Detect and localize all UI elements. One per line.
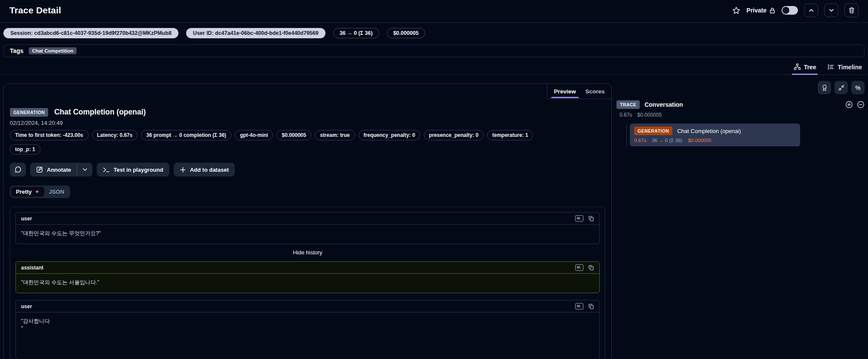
comment-button[interactable] (10, 163, 26, 176)
previous-trace-button[interactable] (804, 3, 818, 17)
tab-preview[interactable]: Preview (554, 84, 576, 99)
copy-icon (588, 303, 594, 309)
trace-type-badge: TRACE (616, 100, 640, 109)
collapse-view-button[interactable] (834, 81, 848, 94)
copy-button[interactable] (588, 216, 594, 222)
user-id-badge[interactable]: User ID: dc47a41e-06bc-400d-bde1-f0e440d… (186, 28, 325, 38)
percent-metrics-button[interactable]: % (851, 81, 865, 94)
minimize-icon (838, 84, 845, 91)
toggle-knob (782, 7, 789, 14)
playground-label: Test in playground (113, 167, 163, 173)
public-toggle[interactable] (782, 6, 798, 15)
metric-pill-tokens: 36 prompt → 0 completion (Σ 36) (141, 130, 231, 140)
view-tabs: Tree Timeline (0, 59, 868, 75)
copy-button[interactable] (588, 265, 594, 271)
sparkles-icon: ✦ (35, 189, 40, 195)
message-assistant: assistant M↓ "대한민국의 수도는 서울입니다." (15, 261, 600, 293)
tags-label: Tags (10, 47, 24, 54)
markdown-toggle-button[interactable]: M↓ (575, 215, 583, 221)
message-header: user M↓ (16, 213, 599, 225)
message-role: user (21, 303, 32, 309)
messages-wrapper: user M↓ "대한민국의 수도는 무엇인가요?" (10, 207, 605, 359)
annotate-dropdown-button[interactable] (77, 163, 92, 176)
next-trace-button[interactable] (824, 3, 838, 17)
tab-tree-label: Tree (804, 64, 816, 71)
session-badge[interactable]: Session: cd3abcd6-c81c-4037-935d-19d9f27… (3, 28, 178, 38)
message-header-icons: M↓ (575, 264, 594, 270)
award-icon (821, 84, 828, 91)
minus-circle-icon (857, 101, 865, 108)
tag-chip[interactable]: Chat Competition (29, 47, 77, 54)
page-title: Trace Detail (9, 5, 61, 15)
annotation-queue-button[interactable] (818, 81, 831, 94)
privacy-label: Private (746, 7, 767, 14)
json-segment[interactable]: JSON (44, 187, 69, 197)
header-actions: Private (732, 3, 859, 17)
node-title: Chat Completion (openai) (677, 128, 741, 134)
metric-pill-temperature: temperature: 1 (487, 130, 533, 140)
add-to-dataset-button[interactable]: Add to dataset (174, 163, 235, 176)
metric-pill-frequency-penalty: frequency_penalty: 0 (359, 130, 420, 140)
trace-metrics: 0.67s $0.000005 (616, 112, 865, 118)
tab-tree[interactable]: Tree (794, 63, 816, 74)
comment-icon (15, 166, 21, 173)
playground-button[interactable]: Test in playground (97, 163, 169, 176)
annotate-button[interactable]: Annotate (30, 163, 77, 176)
metric-pill-stream: stream: true (315, 130, 355, 140)
copy-icon (588, 216, 594, 222)
tree-node-generation[interactable]: GENERATION Chat Completion (openai) 0.67… (630, 124, 800, 146)
main-content: Preview Scores GENERATION Chat Completio… (0, 75, 868, 359)
markdown-toggle-button[interactable]: M↓ (575, 303, 583, 309)
expand-all-button[interactable] (845, 101, 853, 108)
node-cost: $0.000005 (688, 138, 711, 143)
hide-history-toggle[interactable]: Hide history (15, 244, 600, 261)
trace-tree-sidebar: % TRACE Conversation (616, 84, 865, 146)
message-user-2: user M↓ "감사합니다 " (15, 300, 600, 359)
metric-pills-row: Time to first token: -423.00s Latency: 0… (10, 130, 605, 140)
metric-pill-cost: $0.000005 (276, 130, 311, 140)
plus-circle-icon (845, 101, 853, 108)
metric-pill-model[interactable]: gpt-4o-mini (235, 130, 273, 140)
trace-row[interactable]: TRACE Conversation (616, 100, 865, 109)
tab-timeline[interactable]: Timeline (827, 63, 862, 74)
tree-icon (794, 63, 801, 71)
top-header: Trace Detail Private (0, 0, 868, 23)
tree-area: GENERATION Chat Completion (openai) 0.67… (616, 124, 865, 146)
message-content: "감사합니다 " (16, 313, 599, 359)
message-user-1: user M↓ "대한민국의 수도는 무엇인가요?" (15, 212, 600, 244)
pretty-label: Pretty (16, 189, 32, 195)
bookmark-star-button[interactable] (732, 6, 740, 15)
lock-icon (769, 7, 776, 14)
format-toggle: Pretty ✦ JSON (10, 186, 70, 198)
markdown-toggle-button[interactable]: M↓ (575, 264, 583, 270)
node-header: GENERATION Chat Completion (openai) (634, 127, 796, 135)
chevron-up-icon (808, 7, 814, 13)
node-tokens: 36 → 0 (Σ 36) (652, 138, 682, 143)
delete-trace-button[interactable] (844, 3, 859, 17)
terminal-icon (103, 167, 110, 173)
edit-icon (36, 166, 43, 173)
add-to-dataset-label: Add to dataset (190, 167, 229, 173)
tags-bar: Tags Chat Competition (3, 44, 865, 57)
annotate-label: Annotate (47, 167, 71, 173)
collapse-all-button[interactable] (857, 101, 865, 108)
pretty-segment[interactable]: Pretty ✦ (11, 187, 44, 197)
tab-timeline-label: Timeline (837, 64, 862, 71)
message-header-icons: M↓ (575, 303, 594, 309)
observation-timestamp: 02/12/2024, 14:20:49 (10, 120, 605, 126)
node-latency: 0.67s (634, 138, 646, 143)
panel-tabs: Preview Scores (547, 84, 611, 99)
chevron-down-icon (828, 7, 834, 13)
trace-cost: $0.000005 (637, 112, 662, 118)
timeline-icon (827, 63, 834, 71)
trash-icon (848, 7, 855, 14)
plus-icon (180, 167, 186, 173)
trace-title: Conversation (644, 101, 683, 108)
metric-pill-latency: Latency: 0.67s (92, 130, 138, 140)
star-icon (732, 6, 740, 15)
annotate-split-button: Annotate (30, 163, 92, 176)
tree-expand-controls (845, 101, 865, 108)
message-role: user (21, 216, 32, 222)
copy-button[interactable] (588, 303, 594, 309)
tab-scores[interactable]: Scores (586, 84, 605, 99)
